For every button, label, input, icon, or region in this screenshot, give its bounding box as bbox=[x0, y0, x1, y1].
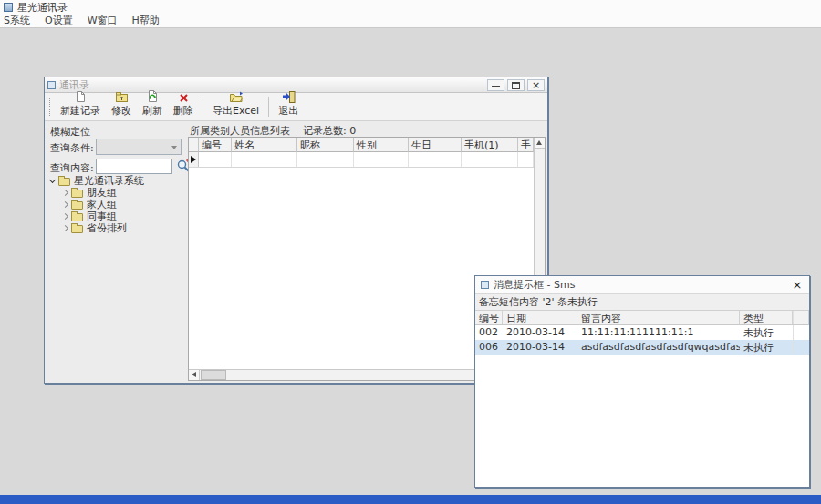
scroll-up-button[interactable] bbox=[535, 138, 545, 149]
toolbar-separator bbox=[203, 97, 203, 117]
column-header-nickname[interactable]: 昵称 bbox=[297, 138, 354, 152]
grid-empty-row[interactable] bbox=[189, 152, 534, 168]
export-excel-button[interactable]: 导出Excel bbox=[207, 94, 265, 119]
record-total: 记录总数: 0 bbox=[303, 124, 356, 136]
arrow-up-icon bbox=[536, 140, 542, 145]
tree-root-row[interactable]: 星光通讯录系统 bbox=[50, 175, 186, 187]
grid-header: 编号 姓名 昵称 性别 生日 手机(1) 手 bbox=[189, 138, 534, 152]
new-record-icon bbox=[74, 90, 87, 103]
row-header-cell bbox=[189, 152, 199, 167]
query-condition-combobox[interactable] bbox=[96, 139, 182, 155]
export-excel-icon bbox=[229, 91, 244, 103]
grid-caption: 所属类别人员信息列表 bbox=[190, 124, 290, 136]
sms-row-selected[interactable]: 006 2010-03-14 asdfasdfasdfasdfasdfqwqas… bbox=[475, 340, 809, 355]
folder-icon bbox=[71, 201, 83, 210]
sms-cell-type: 未执行 bbox=[740, 340, 793, 355]
desktop: 星光通讯录 S系统 O设置 W窗口 H帮助 通讯录 × 新建记录 bbox=[0, 0, 821, 504]
app-window-icon bbox=[4, 3, 13, 12]
close-icon: × bbox=[528, 80, 544, 91]
delete-button[interactable]: 删除 bbox=[168, 94, 199, 119]
tree-collapsed-icon[interactable] bbox=[62, 213, 68, 220]
scroll-left-button[interactable] bbox=[189, 370, 200, 380]
sms-cell-id: 002 bbox=[475, 325, 503, 340]
sms-cell-date: 2010-03-14 bbox=[503, 325, 577, 340]
sms-dialog: 消息提示框 - Sms × 备忘短信内容 '2' 条未执行 编号 日期 留言内容… bbox=[474, 275, 810, 488]
toolbar-separator bbox=[268, 97, 269, 117]
app-title: 星光通讯录 bbox=[17, 1, 68, 15]
column-header-birthday[interactable]: 生日 bbox=[409, 138, 462, 152]
menu-item-settings[interactable]: O设置 bbox=[43, 14, 78, 28]
refresh-button[interactable]: 刷新 bbox=[137, 94, 168, 119]
close-button[interactable]: × bbox=[527, 79, 545, 91]
group-tree: 星光通讯录系统 朋友组 家人组 同事组 bbox=[50, 175, 186, 234]
left-panel: 模糊定位 查询条件: 查询内容: bbox=[45, 122, 188, 383]
tree-expanded-icon[interactable] bbox=[49, 176, 56, 182]
exit-icon bbox=[282, 91, 296, 103]
sms-row[interactable]: 002 2010-03-14 11:11:11:111111:11:1 未执行 bbox=[475, 325, 809, 340]
column-header-id[interactable]: 编号 bbox=[199, 138, 232, 152]
sms-column-type[interactable]: 类型 bbox=[740, 311, 793, 324]
sms-cell-content: asdfasdfasdfasdfasdfqwqasdfasdfasdfasd bbox=[577, 340, 740, 355]
sms-table-header: 编号 日期 留言内容 类型 bbox=[475, 311, 809, 325]
maximize-icon bbox=[512, 82, 520, 89]
folder-icon bbox=[58, 178, 70, 186]
modify-icon bbox=[115, 91, 129, 103]
horizontal-scroll-thumb[interactable] bbox=[201, 370, 226, 380]
sms-column-content[interactable]: 留言内容 bbox=[577, 311, 740, 324]
app-titlebar[interactable]: 星光通讯录 bbox=[0, 0, 821, 15]
grid-cell bbox=[354, 152, 409, 167]
delete-icon bbox=[179, 93, 189, 103]
sms-dialog-close-button[interactable]: × bbox=[791, 279, 804, 291]
new-record-label: 新建记录 bbox=[60, 104, 100, 118]
toolbar-grip[interactable] bbox=[49, 98, 50, 116]
addressbook-window: 通讯录 × 新建记录 修改 bbox=[44, 77, 548, 384]
sms-cell-filler bbox=[793, 325, 809, 340]
folder-icon bbox=[71, 190, 83, 198]
tree-item-province[interactable]: 省份排列 bbox=[50, 222, 186, 234]
addressbook-content: 模糊定位 查询条件: 查询内容: bbox=[45, 122, 547, 383]
menu-item-help[interactable]: H帮助 bbox=[130, 14, 165, 28]
grid-caption-row: 所属类别人员信息列表 记录总数: 0 bbox=[188, 122, 546, 136]
query-content-label: 查询内容: bbox=[50, 161, 94, 175]
grid-cell bbox=[232, 152, 297, 167]
minimize-button[interactable] bbox=[487, 79, 504, 91]
maximize-button[interactable] bbox=[507, 79, 525, 91]
column-header-partial[interactable]: 手 bbox=[518, 138, 534, 152]
minimize-icon bbox=[492, 86, 500, 87]
taskbar[interactable] bbox=[0, 495, 821, 504]
sms-dialog-icon bbox=[481, 281, 489, 289]
refresh-label: 刷新 bbox=[142, 104, 162, 118]
menu-item-system[interactable]: S系统 bbox=[2, 14, 36, 28]
sms-message-label: 备忘短信内容 '2' 条未执行 bbox=[475, 294, 809, 311]
exit-button[interactable]: 退出 bbox=[273, 94, 304, 119]
sms-cell-date: 2010-03-14 bbox=[503, 340, 577, 355]
sms-dialog-titlebar[interactable]: 消息提示框 - Sms × bbox=[475, 276, 809, 294]
delete-label: 删除 bbox=[173, 104, 193, 118]
tree-item-label: 省份排列 bbox=[87, 221, 127, 235]
modify-button[interactable]: 修改 bbox=[106, 94, 137, 119]
tree-item-family[interactable]: 家人组 bbox=[50, 199, 186, 211]
addressbook-window-title: 通讯录 bbox=[59, 78, 483, 92]
sms-cell-id: 006 bbox=[475, 340, 503, 355]
new-record-button[interactable]: 新建记录 bbox=[55, 94, 106, 119]
column-header-mobile1[interactable]: 手机(1) bbox=[462, 138, 518, 152]
grid-cell bbox=[199, 152, 232, 167]
tree-item-friends[interactable]: 朋友组 bbox=[50, 187, 186, 199]
toolbar: 新建记录 修改 刷新 删除 bbox=[45, 93, 547, 121]
sms-cell-type: 未执行 bbox=[740, 325, 793, 340]
column-header-name[interactable]: 姓名 bbox=[232, 138, 297, 152]
folder-icon bbox=[71, 213, 83, 221]
exit-label: 退出 bbox=[278, 104, 298, 118]
current-row-marker-icon bbox=[191, 156, 196, 163]
grid-cell bbox=[297, 152, 354, 167]
sms-column-date[interactable]: 日期 bbox=[503, 311, 577, 324]
menu-item-window[interactable]: W窗口 bbox=[86, 14, 123, 28]
tree-collapsed-icon[interactable] bbox=[62, 225, 68, 231]
tree-collapsed-icon[interactable] bbox=[62, 190, 68, 196]
tree-collapsed-icon[interactable] bbox=[62, 201, 68, 208]
menubar: S系统 O设置 W窗口 H帮助 bbox=[0, 15, 821, 28]
query-content-input[interactable] bbox=[96, 159, 172, 174]
grid-cell bbox=[462, 152, 518, 167]
sms-column-id[interactable]: 编号 bbox=[475, 311, 503, 324]
column-header-gender[interactable]: 性别 bbox=[354, 138, 409, 152]
